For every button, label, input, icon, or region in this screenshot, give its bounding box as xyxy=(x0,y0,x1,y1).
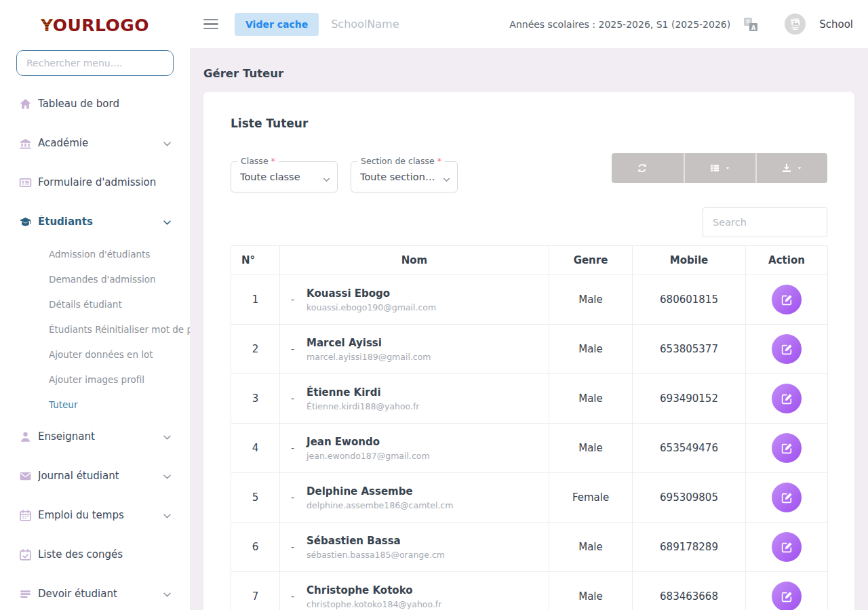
sidebar-item[interactable]: Journal étudiant xyxy=(0,456,190,495)
edit-button[interactable] xyxy=(772,433,802,463)
edit-icon xyxy=(781,491,793,504)
photo-placeholder-dash: - xyxy=(291,591,294,602)
tutor-genre: Male xyxy=(549,424,633,473)
tutor-email: kouassi.ebogo190@gmail.com xyxy=(307,302,436,312)
edit-icon xyxy=(781,541,793,554)
columns-icon xyxy=(709,163,720,174)
edit-button[interactable] xyxy=(772,532,802,562)
calendar-icon xyxy=(19,509,32,522)
avatar[interactable] xyxy=(785,14,806,35)
filter-select-label: Section de classe * xyxy=(357,156,445,166)
sidebar-subitem[interactable]: Ajouter images profil xyxy=(0,367,190,392)
sidebar-item[interactable]: Devoir étudiant xyxy=(0,574,190,610)
person-icon xyxy=(19,430,32,443)
menu-search-input[interactable] xyxy=(16,50,174,76)
user-name-label[interactable]: School xyxy=(819,18,853,30)
action-cell xyxy=(746,275,828,325)
sidebar-subitem-label: Ajouter données en lot xyxy=(49,349,153,360)
table-header-cell: N° xyxy=(231,246,280,275)
filter-select[interactable]: Classe * Toute classe xyxy=(231,161,338,192)
row-number: 1 xyxy=(231,275,280,325)
sidebar-subitem[interactable]: Admission d'étudiants xyxy=(0,241,190,266)
tutor-email: delphine.assembe186@camtel.cm xyxy=(307,500,453,510)
page-content: Gérer Tuteur Liste Tuteur Classe * Toute… xyxy=(190,48,868,610)
topbar: Vider cache SchoolName Années scolaires … xyxy=(190,0,868,48)
action-cell xyxy=(746,374,828,424)
filter-select[interactable]: Section de classe * Toute section cla… xyxy=(351,161,458,192)
photo-placeholder-dash: - xyxy=(291,294,294,305)
sidebar-item[interactable]: Tableau de bord xyxy=(0,84,190,123)
tutor-list-card: Liste Tuteur Classe * Toute classe xyxy=(203,92,854,610)
edit-icon xyxy=(781,293,793,306)
tutor-genre: Male xyxy=(549,374,633,424)
tutor-genre: Male xyxy=(549,275,633,325)
sidebar-item[interactable]: Étudiants xyxy=(0,202,190,241)
tutor-mobile: 695309805 xyxy=(633,473,746,523)
sidebar-item[interactable]: Formulaire d'admission xyxy=(0,163,190,202)
tutor-genre: Male xyxy=(549,325,633,374)
logo-rest: OURLOGO xyxy=(53,16,149,35)
name-cell: - Sébastien Bassa sébastien.bassa185@ora… xyxy=(280,535,549,560)
language-icon[interactable] xyxy=(743,16,759,33)
edit-icon xyxy=(781,392,793,405)
hamburger-menu-icon[interactable] xyxy=(203,18,220,31)
action-cell xyxy=(746,572,828,610)
sidebar-subitem[interactable]: Détails étudiant xyxy=(0,291,190,317)
tutor-mobile: 689178289 xyxy=(633,523,746,572)
table-row: 3 - Étienne Kirdi Étienne.kirdi188@yahoo… xyxy=(231,374,828,424)
sidebar-subitem[interactable]: Ajouter données en lot xyxy=(0,342,190,367)
card-title: Liste Tuteur xyxy=(231,117,827,130)
row-number: 3 xyxy=(231,374,280,424)
page-title: Gérer Tuteur xyxy=(203,67,854,80)
tutor-genre: Male xyxy=(549,523,633,572)
sidebar-subitem[interactable]: Tuteur xyxy=(0,392,190,417)
home-icon xyxy=(19,98,32,110)
tutor-name: Étienne Kirdi xyxy=(307,386,419,399)
row-number: 4 xyxy=(231,424,280,473)
envelope-icon xyxy=(19,470,32,483)
chevron-down-icon xyxy=(162,432,172,442)
tutor-email: sébastien.bassa185@orange.cm xyxy=(307,550,445,560)
sidebar-subitem-label: Ajouter images profil xyxy=(49,374,144,385)
bank-icon xyxy=(19,137,32,150)
table-row: 6 - Sébastien Bassa sébastien.bassa185@o… xyxy=(231,523,828,572)
sidebar-subitem[interactable]: Demandes d'admission xyxy=(0,266,190,291)
caret-down-icon xyxy=(796,165,803,171)
sidebar-item[interactable]: Enseignant xyxy=(0,417,190,456)
table-row: 4 - Jean Ewondo jean.ewondo187@gmail.com xyxy=(231,424,828,473)
name-cell: - Delphine Assembe delphine.assembe186@c… xyxy=(280,485,549,510)
app-logo[interactable]: YOURLOGO xyxy=(0,8,190,42)
edit-button[interactable] xyxy=(772,334,802,364)
calendar-check-icon xyxy=(19,548,32,561)
photo-placeholder-dash: - xyxy=(291,344,294,354)
logo-text: YOURLOGO xyxy=(41,16,149,35)
students-submenu: Admission d'étudiants Demandes d'admissi… xyxy=(0,241,190,417)
school-name-label: SchoolName xyxy=(331,18,399,30)
toolbar-button[interactable] xyxy=(612,153,684,183)
edit-button[interactable] xyxy=(772,582,802,610)
edit-button[interactable] xyxy=(772,285,802,314)
tutor-name: Sébastien Bassa xyxy=(307,535,445,547)
chevron-down-icon xyxy=(162,138,172,148)
sidebar-item[interactable]: Emploi du temps xyxy=(0,495,190,535)
filter-select-label: Classe * xyxy=(237,156,279,166)
table-row: 7 - Christophe Kotoko christophe.kotoko1… xyxy=(231,572,828,610)
sidebar-item-label: Enseignant xyxy=(38,430,162,443)
toolbar-button[interactable] xyxy=(684,153,755,183)
sidebar-item[interactable]: Liste des congés xyxy=(0,535,190,574)
clear-cache-button[interactable]: Vider cache xyxy=(235,13,319,36)
edit-button[interactable] xyxy=(772,483,802,512)
edit-button[interactable] xyxy=(772,384,802,413)
form-icon xyxy=(19,176,32,189)
sidebar-item-label: Étudiants xyxy=(38,216,162,228)
table-row: 1 - Kouassi Ebogo kouassi.ebogo190@gmail… xyxy=(231,275,828,325)
action-cell xyxy=(746,424,828,473)
tutor-mobile: 653549476 xyxy=(633,424,746,473)
table-row: 5 - Delphine Assembe delphine.assembe186… xyxy=(231,473,828,523)
sidebar-item[interactable]: Académie xyxy=(0,123,190,163)
table-search-input[interactable] xyxy=(703,207,827,237)
chevron-down-icon xyxy=(162,217,172,227)
toolbar-button[interactable] xyxy=(755,153,827,183)
sidebar-subitem[interactable]: Étudiants Réinitialiser mot de pa xyxy=(0,317,190,342)
row-number: 7 xyxy=(231,572,280,610)
